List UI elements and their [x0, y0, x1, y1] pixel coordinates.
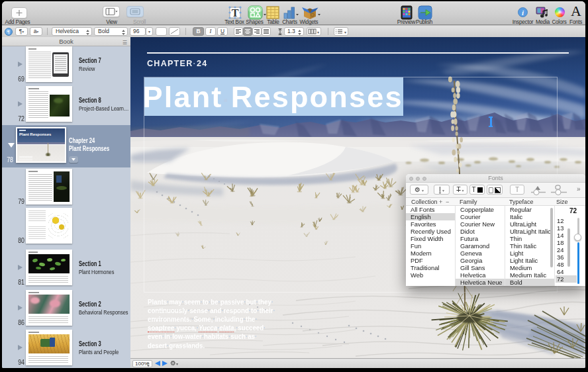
svg-text:T: T [232, 7, 239, 19]
